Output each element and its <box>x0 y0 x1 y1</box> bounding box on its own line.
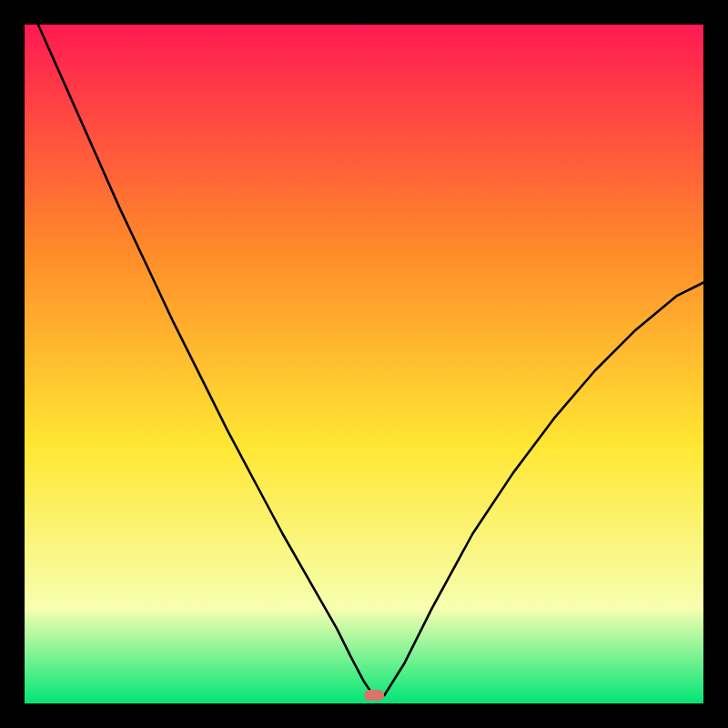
chart-frame: TheBottleneck.com <box>0 0 728 728</box>
optimal-point-marker <box>364 690 384 701</box>
bottleneck-chart <box>0 0 728 728</box>
